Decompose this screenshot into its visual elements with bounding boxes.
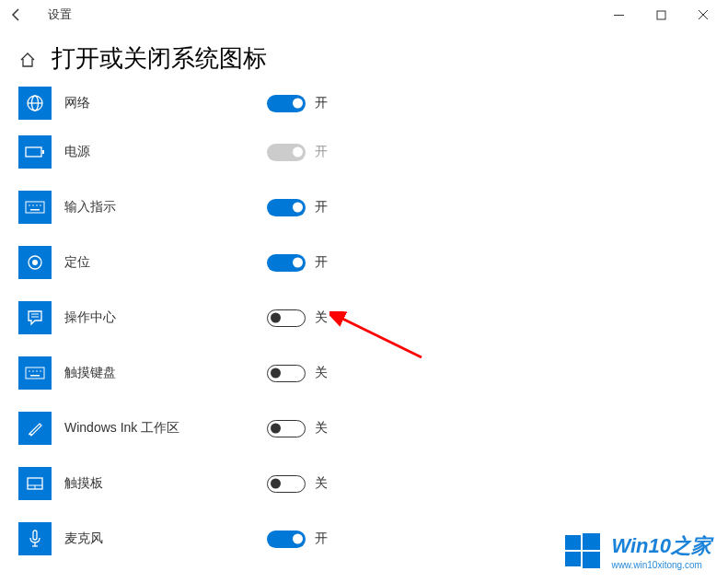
- arrow-left-icon: [10, 8, 23, 21]
- toggle-network[interactable]: [267, 95, 306, 112]
- keyboard-icon: [25, 367, 45, 379]
- setting-row-touch-keyboard: 触摸键盘 关: [18, 345, 710, 401]
- settings-list: 网络 开 电源 开 输入指示 开 定位 开: [0, 82, 728, 566]
- watermark-url: www.win10xitong.com: [611, 560, 711, 570]
- svg-rect-33: [583, 533, 600, 550]
- power-tile: [18, 135, 52, 169]
- svg-rect-34: [565, 552, 581, 566]
- page-header: 打开或关闭系统图标: [0, 29, 728, 82]
- toggle-state-text: 关: [315, 420, 328, 437]
- toggle-state-text: 关: [315, 365, 328, 381]
- titlebar: 设置: [0, 0, 728, 29]
- touchpad-tile: [18, 467, 52, 500]
- svg-rect-35: [583, 552, 600, 568]
- location-icon: [26, 253, 44, 272]
- setting-row-power: 电源 开: [18, 124, 710, 180]
- toggle-state-text: 开: [315, 254, 328, 271]
- setting-label: 网络: [64, 95, 267, 111]
- svg-point-10: [29, 204, 30, 206]
- setting-row-action-center: 操作中心 关: [18, 290, 710, 345]
- toggle-action-center[interactable]: [267, 309, 306, 327]
- svg-point-20: [29, 370, 30, 372]
- setting-label: 输入指示: [64, 199, 267, 216]
- input-indicator-tile: [18, 191, 52, 224]
- microphone-icon: [29, 530, 41, 548]
- windows-logo-icon: [563, 531, 602, 570]
- touch-keyboard-tile: [18, 356, 52, 390]
- windows-ink-tile: [18, 412, 52, 445]
- svg-rect-8: [42, 150, 44, 154]
- location-tile: [18, 246, 52, 279]
- setting-label: 触摸键盘: [64, 365, 267, 381]
- microphone-tile: [18, 522, 52, 555]
- toggle-location[interactable]: [267, 254, 306, 272]
- close-button[interactable]: [682, 2, 724, 28]
- toggle-input-indicator[interactable]: [267, 199, 306, 216]
- battery-icon: [25, 146, 45, 158]
- maximize-icon: [656, 10, 666, 20]
- setting-row-touchpad: 触摸板 关: [18, 456, 710, 511]
- svg-point-21: [32, 370, 34, 372]
- setting-label: 操作中心: [64, 309, 267, 326]
- toggle-state-text: 关: [315, 475, 328, 492]
- toggle-touchpad[interactable]: [267, 475, 306, 493]
- svg-point-23: [40, 370, 41, 372]
- touchpad-icon: [26, 476, 44, 491]
- svg-rect-24: [30, 375, 40, 377]
- watermark: Win10之家 www.win10xitong.com: [563, 531, 711, 570]
- setting-row-location: 定位 开: [18, 235, 710, 290]
- setting-label: 定位: [64, 254, 267, 271]
- toggle-state-text: 开: [315, 144, 328, 160]
- back-button[interactable]: [4, 2, 29, 28]
- setting-label: 触摸板: [64, 475, 267, 492]
- window-controls: [597, 2, 724, 28]
- svg-point-13: [40, 204, 41, 206]
- setting-label: 电源: [64, 144, 267, 160]
- home-button[interactable]: [18, 51, 37, 69]
- watermark-brand: Win10之家: [611, 532, 711, 560]
- minimize-button[interactable]: [597, 2, 640, 28]
- svg-point-11: [32, 204, 34, 206]
- setting-row-input-indicator: 输入指示 开: [18, 180, 710, 235]
- svg-rect-9: [26, 202, 44, 213]
- ink-icon: [27, 420, 43, 437]
- toggle-microphone[interactable]: [267, 531, 306, 548]
- svg-rect-19: [26, 367, 44, 379]
- action-center-tile: [18, 301, 52, 334]
- action-center-icon: [27, 309, 43, 326]
- svg-rect-28: [33, 531, 37, 540]
- svg-rect-32: [565, 535, 581, 550]
- app-title: 设置: [48, 6, 72, 23]
- svg-point-16: [32, 260, 38, 265]
- toggle-touch-keyboard[interactable]: [267, 365, 306, 382]
- toggle-state-text: 开: [315, 95, 328, 111]
- svg-point-12: [36, 204, 38, 206]
- page-title: 打开或关闭系统图标: [52, 42, 267, 75]
- toggle-state-text: 关: [315, 309, 328, 326]
- globe-icon: [26, 94, 44, 112]
- setting-row-windows-ink: Windows Ink 工作区 关: [18, 401, 710, 456]
- home-icon: [19, 52, 36, 68]
- toggle-state-text: 开: [315, 531, 328, 547]
- svg-rect-1: [657, 11, 665, 19]
- setting-label: Windows Ink 工作区: [64, 420, 267, 437]
- toggle-windows-ink[interactable]: [267, 420, 306, 437]
- toggle-power: [267, 144, 306, 161]
- svg-rect-14: [30, 209, 40, 211]
- svg-point-22: [36, 370, 38, 372]
- toggle-state-text: 开: [315, 199, 328, 216]
- maximize-button[interactable]: [640, 2, 682, 28]
- setting-label: 麦克风: [64, 531, 267, 547]
- network-tile: [18, 87, 52, 120]
- close-icon: [698, 9, 709, 20]
- svg-rect-7: [26, 147, 41, 157]
- setting-row-network: 网络 开: [18, 82, 710, 124]
- minimize-icon: [614, 10, 624, 20]
- keyboard-icon: [25, 201, 45, 214]
